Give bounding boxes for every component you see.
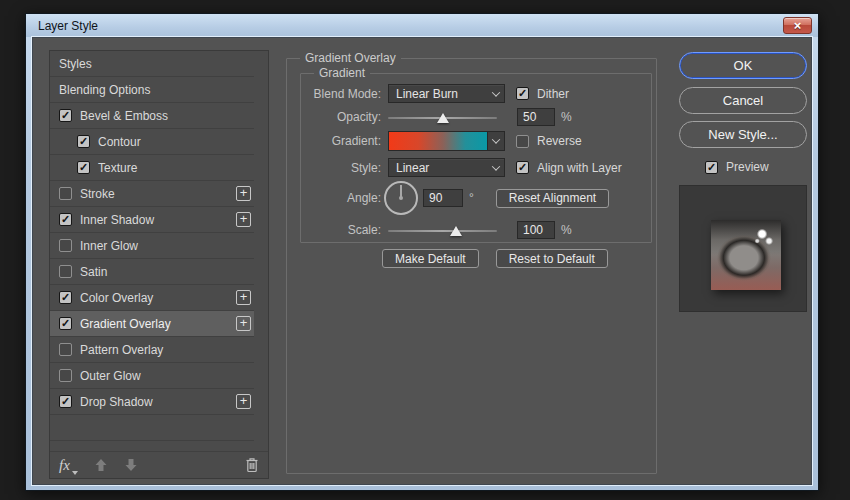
chevron-down-icon <box>488 132 504 150</box>
reset-to-default-button[interactable]: Reset to Default <box>496 249 608 268</box>
reset-alignment-button[interactable]: Reset Alignment <box>496 189 609 208</box>
preview-thumbnail-panel <box>679 185 807 312</box>
trash-icon <box>245 457 259 473</box>
sidebar-item-label: Styles <box>59 57 92 71</box>
effect-enabled-checkbox[interactable]: ✓ <box>59 395 72 408</box>
effect-enabled-checkbox[interactable]: ✓ <box>59 109 72 122</box>
styles-list-panel: StylesBlending Options✓Bevel & Emboss✓Co… <box>49 50 269 479</box>
align-with-layer-label: Align with Layer <box>537 161 622 175</box>
check-icon: ✓ <box>518 88 527 99</box>
cancel-button[interactable]: Cancel <box>679 87 807 114</box>
gradient-dropdown-button[interactable] <box>487 132 504 150</box>
angle-dial[interactable] <box>384 181 418 215</box>
opacity-label: Opacity: <box>301 110 381 124</box>
styles-list-toolbar: fx <box>50 451 268 478</box>
slider-thumb-icon[interactable] <box>450 226 462 236</box>
add-effect-instance-button[interactable]: + <box>236 316 251 331</box>
new-style-button[interactable]: New Style... <box>679 121 807 148</box>
opacity-row: Opacity: % <box>301 108 651 126</box>
layer-preview-thumbnail <box>711 220 781 290</box>
make-default-button[interactable]: Make Default <box>382 249 479 268</box>
scale-input[interactable] <box>517 221 555 239</box>
preview-checkbox[interactable]: ✓ Preview <box>705 160 769 174</box>
add-effect-instance-button[interactable]: + <box>236 212 251 227</box>
scale-unit: % <box>561 223 572 237</box>
dialog-titlebar[interactable]: Layer Style × <box>26 14 818 37</box>
effect-enabled-checkbox[interactable]: ✓ <box>59 187 72 200</box>
reverse-checkbox[interactable]: ✓ Reverse <box>516 134 582 148</box>
sidebar-item-texture[interactable]: ✓Texture <box>50 155 254 181</box>
effect-enabled-checkbox[interactable]: ✓ <box>59 317 72 330</box>
blend-mode-select[interactable]: Linear Burn <box>388 84 505 103</box>
check-icon: ✓ <box>518 162 527 173</box>
sidebar-item-satin[interactable]: ✓Satin <box>50 259 254 285</box>
ok-button[interactable]: OK <box>679 52 807 79</box>
slider-track <box>388 230 497 232</box>
sidebar-item-label: Gradient Overlay <box>80 317 171 331</box>
opacity-input[interactable] <box>517 108 555 126</box>
sidebar-item-label: Bevel & Emboss <box>80 109 168 123</box>
sidebar-item-label: Satin <box>80 265 107 279</box>
sidebar-item-label: Outer Glow <box>80 369 141 383</box>
dialog-title: Layer Style <box>26 19 98 33</box>
sidebar-item-drop-shadow[interactable]: ✓Drop Shadow+ <box>50 389 254 415</box>
gradient-picker[interactable] <box>388 131 505 151</box>
sidebar-item-contour[interactable]: ✓Contour <box>50 129 254 155</box>
sidebar-item-bevel-emboss[interactable]: ✓Bevel & Emboss <box>50 103 254 129</box>
sidebar-item-outer-glow[interactable]: ✓Outer Glow <box>50 363 254 389</box>
sidebar-item-gradient-overlay[interactable]: ✓Gradient Overlay+ <box>50 311 254 337</box>
sidebar-item-styles[interactable]: Styles <box>50 51 254 77</box>
effect-enabled-checkbox[interactable]: ✓ <box>77 135 90 148</box>
gradient-overlay-section: Gradient Overlay Gradient Blend Mode: Li… <box>286 58 657 474</box>
move-effect-down-button[interactable] <box>124 458 138 472</box>
add-effect-instance-button[interactable]: + <box>236 290 251 305</box>
slider-thumb-icon[interactable] <box>437 113 449 123</box>
checkbox-box: ✓ <box>516 161 529 174</box>
opacity-slider[interactable] <box>388 111 497 124</box>
style-row: Style: Linear ✓ Align with Layer <box>301 158 651 177</box>
sidebar-item-stroke[interactable]: ✓Stroke+ <box>50 181 254 207</box>
close-button[interactable]: × <box>783 17 812 34</box>
checkbox-box: ✓ <box>516 87 529 100</box>
sidebar-item-color-overlay[interactable]: ✓Color Overlay+ <box>50 285 254 311</box>
effect-enabled-checkbox[interactable]: ✓ <box>59 265 72 278</box>
close-icon: × <box>794 19 802 32</box>
effect-enabled-checkbox[interactable]: ✓ <box>59 343 72 356</box>
style-label: Style: <box>301 161 381 175</box>
angle-row: Angle: ° Reset Alignment <box>301 179 651 217</box>
effect-enabled-checkbox[interactable]: ✓ <box>59 213 72 226</box>
fx-menu-button[interactable]: fx <box>59 457 78 474</box>
blend-mode-value: Linear Burn <box>389 87 488 101</box>
style-select[interactable]: Linear <box>388 158 505 177</box>
sidebar-item-pattern-overlay[interactable]: ✓Pattern Overlay <box>50 337 254 363</box>
add-effect-instance-button[interactable]: + <box>236 186 251 201</box>
align-with-layer-checkbox[interactable]: ✓ Align with Layer <box>516 161 622 175</box>
angle-input[interactable] <box>423 189 463 207</box>
desktop-background: Layer Style × StylesBlending Options✓Bev… <box>0 0 850 500</box>
check-icon: ✓ <box>61 318 70 329</box>
add-effect-instance-button[interactable]: + <box>236 394 251 409</box>
checkbox-box: ✓ <box>705 161 718 174</box>
effect-enabled-checkbox[interactable]: ✓ <box>59 291 72 304</box>
check-icon: ✓ <box>79 162 88 173</box>
check-icon: ✓ <box>61 292 70 303</box>
dither-label: Dither <box>537 87 569 101</box>
sidebar-item-inner-shadow[interactable]: ✓Inner Shadow+ <box>50 207 254 233</box>
sidebar-item-label: Inner Glow <box>80 239 138 253</box>
gradient-label: Gradient: <box>301 134 381 148</box>
gradient-swatch[interactable] <box>389 132 487 150</box>
effect-enabled-checkbox[interactable]: ✓ <box>59 239 72 252</box>
sidebar-item-label: Pattern Overlay <box>80 343 163 357</box>
dither-checkbox[interactable]: ✓ Dither <box>516 87 569 101</box>
arrow-up-icon <box>94 458 108 472</box>
dial-center-icon <box>399 196 403 200</box>
check-icon: ✓ <box>61 214 70 225</box>
delete-effect-button[interactable] <box>245 457 259 473</box>
sidebar-item-blending-options[interactable]: Blending Options <box>50 77 254 103</box>
sidebar-item-inner-glow[interactable]: ✓Inner Glow <box>50 233 254 259</box>
effect-enabled-checkbox[interactable]: ✓ <box>77 161 90 174</box>
scale-slider[interactable] <box>388 224 497 237</box>
sidebar-item-label: Inner Shadow <box>80 213 154 227</box>
move-effect-up-button[interactable] <box>94 458 108 472</box>
effect-enabled-checkbox[interactable]: ✓ <box>59 369 72 382</box>
